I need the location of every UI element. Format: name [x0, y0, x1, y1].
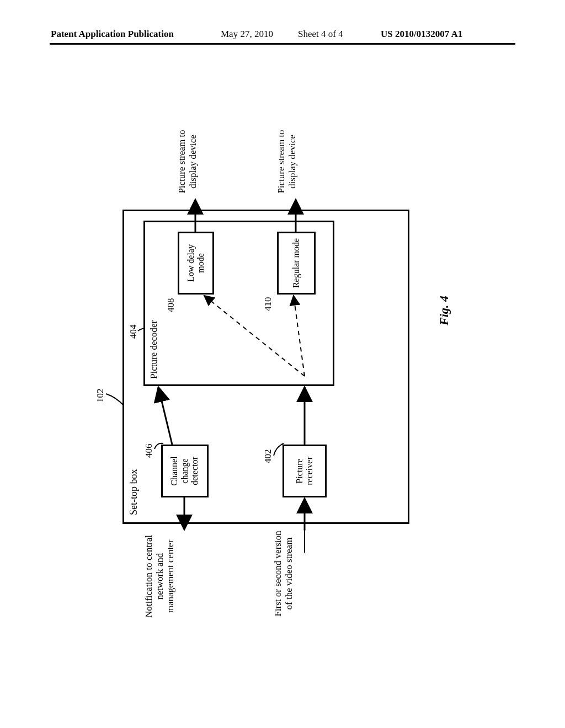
header-publication: Patent Application Publication [51, 29, 174, 40]
svg-line-1 [158, 387, 172, 445]
svg-line-5 [294, 296, 305, 376]
header-sheet: Sheet 4 of 4 [298, 29, 343, 40]
diagram-area: 102 Set-top box [0, 83, 565, 689]
svg-line-4 [204, 296, 305, 376]
arrows [73, 138, 492, 634]
header-date: May 27, 2010 [221, 29, 273, 40]
page: Patent Application Publication May 27, 2… [0, 0, 565, 728]
header-rule [50, 43, 515, 45]
figure-canvas: 102 Set-top box [73, 138, 492, 634]
header-pubno: US 2010/0132007 A1 [381, 29, 462, 40]
